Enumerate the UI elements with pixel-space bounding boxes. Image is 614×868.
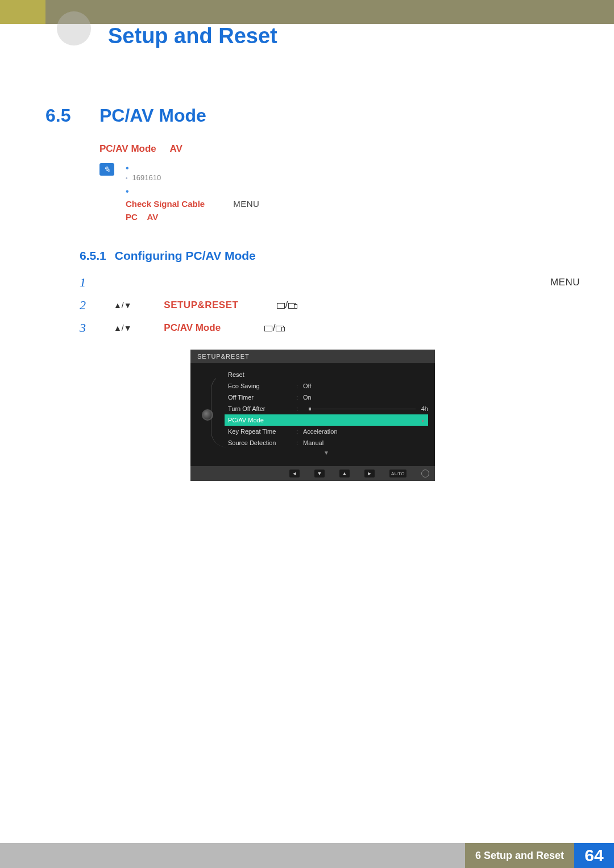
step-3-number: 3 [80,321,114,335]
header-bar [0,0,614,24]
check-signal-cable: Check Signal Cable [126,199,205,209]
osd-menu: SETUP&RESET Reset Eco Saving : Off Off T… [190,350,435,481]
note-av: AV [147,212,159,222]
osd-scroll-down-icon: ▼ [225,448,428,460]
osd-slider [309,409,416,409]
chapter-number-badge [57,11,91,45]
osd-row-reset[interactable]: Reset [225,369,428,380]
note-bullets: 1691610 Check Signal Cable MENU PC AV [126,163,259,226]
osd-label-eco: Eco Saving [228,383,296,389]
osd-row-key-repeat[interactable]: Key Repeat Time : Acceleration [225,426,428,437]
osd-row-off-timer[interactable]: Off Timer : On [225,392,428,403]
chevron-right-icon: ▸ [422,417,425,423]
note-icon [99,163,114,176]
osd-graphic [190,369,225,460]
step-2-number: 2 [80,298,114,313]
chapter-title: Setup and Reset [108,24,277,48]
footer-chapter: 6 Setup and Reset [465,843,574,868]
osd-row-turn-off-after[interactable]: Turn Off After : 4h [225,403,428,414]
note-pc: PC [126,212,138,222]
osd-nav-right-icon[interactable]: ► [364,470,375,477]
osd-value-krt: Acceleration [303,428,338,435]
source-icon [277,303,285,309]
footer-page-number: 64 [574,843,614,868]
osd-row-pcav-mode[interactable]: PC/AV Mode ▸ [225,414,428,426]
header-accent [0,0,45,24]
osd-auto-button[interactable]: AUTO [389,470,406,477]
subsection-title: Configuring PC/AV Mode [115,249,256,263]
step-2-target: SETUP&RESET [164,300,238,310]
step-2-text: ▲/▼ SETUP&RESET / [114,300,580,311]
osd-label-pcav: PC/AV Mode [228,417,296,423]
step-3-arrows: ▲/▼ [114,323,132,333]
menu-word-1: MENU [233,199,259,209]
section-number: 6.5 [45,105,99,126]
intro-av: AV [169,143,182,154]
step-3-text: ▲/▼ PC/AV Mode / [114,322,580,334]
osd-title: SETUP&RESET [190,350,435,363]
osd-label-toa: Turn Off After [228,405,296,412]
subsection-number: 6.5.1 [80,249,106,263]
osd-label-krt: Key Repeat Time [228,428,296,435]
osd-value-eco: Off [303,383,311,389]
step-1-number: 1 [80,275,114,290]
osd-value-toa: 4h [421,405,428,412]
osd-label-reset: Reset [228,371,296,378]
osd-nav-up-icon[interactable]: ▲ [339,470,350,477]
source-icon-2 [264,326,272,331]
intro-pcav: PC/AV Mode [99,143,156,154]
osd-nav-left-icon[interactable]: ◄ [289,470,300,477]
osd-nav-down-icon[interactable]: ▼ [314,470,325,477]
osd-row-eco-saving[interactable]: Eco Saving : Off [225,380,428,392]
osd-value-sd: Manual [303,439,323,446]
osd-row-source-detection[interactable]: Source Detection : Manual [225,437,428,448]
step-1-menu: MENU [550,277,580,288]
enter-icon-2 [276,326,284,331]
osd-label-sd: Source Detection [228,439,296,446]
note-sub-text: 1691610 [132,173,161,182]
osd-value-offtimer: On [303,394,312,401]
step-2-arrows: ▲/▼ [114,301,132,310]
step-3-target: PC/AV Mode [164,322,221,333]
page-footer: 6 Setup and Reset 64 [0,843,614,868]
osd-footer: ◄ ▼ ▲ ► AUTO [190,466,435,481]
osd-label-offtimer: Off Timer [228,394,296,401]
intro-line: PC/AV Mode AV [99,143,580,155]
osd-power-icon[interactable] [421,470,429,477]
enter-icon [288,303,296,309]
section-title: PC/AV Mode [99,105,206,126]
